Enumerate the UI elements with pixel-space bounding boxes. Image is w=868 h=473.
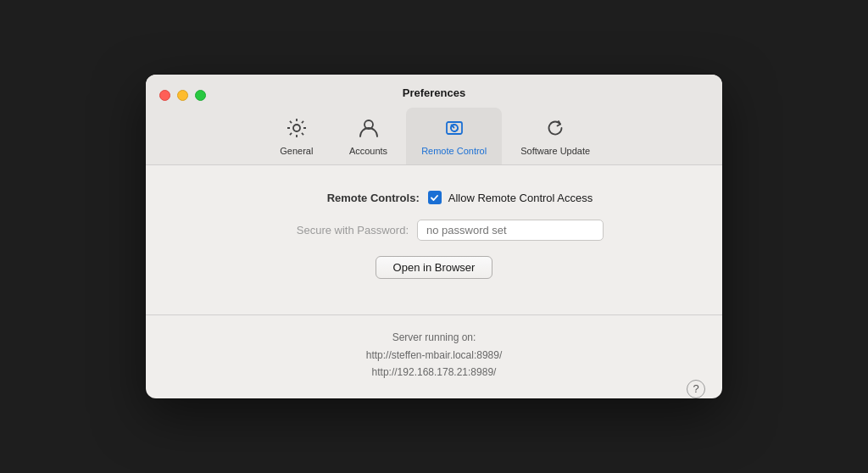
allow-access-label: Allow Remote Control Access <box>448 192 593 204</box>
server-info: Server running on: http://steffen-mbair.… <box>180 329 688 381</box>
refresh-icon <box>542 114 569 142</box>
remote-controls-label: Remote Controls: <box>275 192 420 204</box>
titlebar: Preferences General <box>146 75 722 165</box>
divider <box>146 314 722 315</box>
person-icon <box>355 114 382 142</box>
tab-general-label: General <box>280 146 313 156</box>
remote-control-icon <box>441 114 468 142</box>
button-row: Open in Browser <box>180 256 688 279</box>
window-title: Preferences <box>403 86 465 99</box>
tab-remote-control[interactable]: Remote Control <box>406 108 502 164</box>
server-url1: http://steffen-mbair.local:8989/ <box>366 349 503 361</box>
tab-software-update[interactable]: Software Update <box>505 108 605 164</box>
open-in-browser-button[interactable]: Open in Browser <box>376 256 493 279</box>
close-button[interactable] <box>159 90 170 101</box>
server-url2: http://192.168.178.21:8989/ <box>372 366 497 378</box>
tab-accounts-label: Accounts <box>349 146 387 156</box>
tab-accounts[interactable]: Accounts <box>334 108 403 164</box>
server-label: Server running on: <box>392 331 476 343</box>
tab-general[interactable]: General <box>263 108 331 164</box>
help-button[interactable]: ? <box>687 380 705 398</box>
gear-icon <box>283 114 310 142</box>
secure-password-label: Secure with Password: <box>264 224 409 236</box>
traffic-lights <box>159 90 206 101</box>
preferences-window: Preferences General <box>146 75 722 398</box>
tab-software-update-label: Software Update <box>520 146 590 156</box>
tab-remote-control-label: Remote Control <box>421 146 487 156</box>
password-input[interactable] <box>417 220 604 241</box>
password-row: Secure with Password: <box>180 220 688 241</box>
allow-access-control: Allow Remote Control Access <box>428 191 593 204</box>
svg-point-0 <box>293 125 300 131</box>
content-area: Remote Controls: Allow Remote Control Ac… <box>146 165 722 314</box>
maximize-button[interactable] <box>195 90 206 101</box>
minimize-button[interactable] <box>177 90 188 101</box>
remote-controls-row: Remote Controls: Allow Remote Control Ac… <box>180 191 688 204</box>
allow-access-checkbox[interactable] <box>428 191 442 204</box>
footer: Server running on: http://steffen-mbair.… <box>146 329 722 398</box>
toolbar: General Accounts <box>254 108 614 164</box>
